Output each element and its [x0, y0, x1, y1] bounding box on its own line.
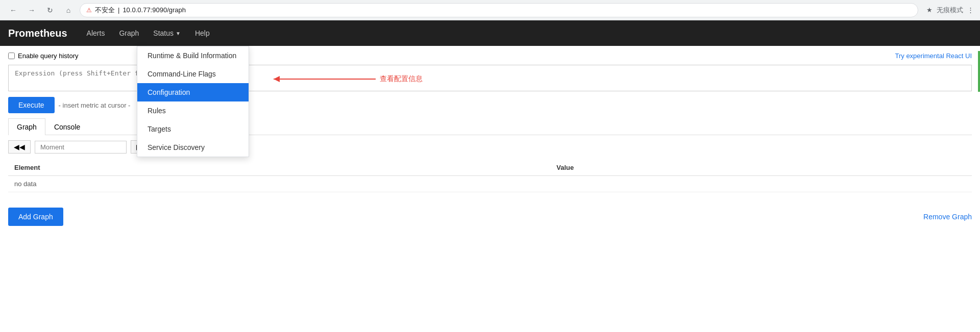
col-element: Element	[8, 160, 550, 176]
incognito-label: 无痕模式	[937, 6, 963, 15]
status-dropdown-menu: Runtime & Build Information Command-Line…	[137, 46, 249, 157]
url-separator: |	[118, 6, 119, 14]
nav-status[interactable]: Status ▼	[146, 20, 188, 46]
menu-icon[interactable]: ⋮	[967, 6, 974, 14]
enable-history-checkbox[interactable]	[8, 53, 15, 59]
table-row: no data	[8, 176, 972, 192]
dropdown-item-cmdflags[interactable]: Command-Line Flags	[137, 65, 249, 83]
insert-metric-label[interactable]: - insert metric at cursor -	[59, 101, 131, 109]
nav-alerts[interactable]: Alerts	[80, 20, 112, 46]
try-react-link[interactable]: Try experimental React UI	[895, 52, 972, 60]
dropdown-item-service-discovery[interactable]: Service Discovery	[137, 138, 249, 157]
no-data-cell: no data	[8, 176, 972, 192]
nav-graph[interactable]: Graph	[112, 20, 146, 46]
add-graph-button[interactable]: Add Graph	[8, 208, 63, 226]
security-icon: ⚠	[86, 7, 92, 14]
dropdown-item-targets[interactable]: Targets	[137, 120, 249, 138]
url-text: 10.0.0.77:9090/graph	[122, 6, 186, 14]
forward-button[interactable]: →	[24, 3, 39, 17]
chevron-down-icon: ▼	[176, 31, 181, 36]
sidebar-indicator	[978, 51, 980, 92]
bookmark-icon[interactable]: ★	[926, 6, 933, 14]
app-logo: Prometheus	[8, 28, 67, 39]
tab-console[interactable]: Console	[45, 118, 89, 135]
enable-history-container: Enable query history	[8, 52, 79, 60]
remove-graph-link[interactable]: Remove Graph	[923, 213, 972, 221]
enable-history-label: Enable query history	[18, 52, 79, 60]
app-nav: Prometheus Alerts Graph Status ▼ Help Ru…	[0, 20, 980, 46]
browser-chrome: ← → ↻ ⌂ ⚠ 不安全 | 10.0.0.77:9090/graph ★ 无…	[0, 0, 980, 20]
dropdown-item-runtime[interactable]: Runtime & Build Information	[137, 46, 249, 65]
tab-graph[interactable]: Graph	[8, 118, 45, 135]
prev-time-button[interactable]: ◀◀	[8, 140, 31, 154]
moment-input[interactable]	[35, 141, 127, 154]
reload-button[interactable]: ↻	[43, 3, 57, 17]
dropdown-item-rules[interactable]: Rules	[137, 101, 249, 120]
col-value: Value	[550, 160, 972, 176]
home-button[interactable]: ⌂	[61, 3, 76, 17]
nav-help[interactable]: Help	[188, 20, 217, 46]
dropdown-item-configuration[interactable]: Configuration	[137, 83, 249, 101]
execute-button[interactable]: Execute	[8, 97, 55, 113]
back-button[interactable]: ←	[6, 3, 20, 17]
address-bar[interactable]: ⚠ 不安全 | 10.0.0.77:9090/graph	[80, 3, 918, 17]
browser-actions: ★ 无痕模式 ⋮	[926, 6, 974, 15]
nav-status-label: Status	[153, 29, 174, 37]
bottom-actions: Add Graph Remove Graph	[0, 202, 980, 231]
data-table: Element Value no data	[8, 160, 972, 192]
security-label: 不安全	[95, 6, 115, 15]
